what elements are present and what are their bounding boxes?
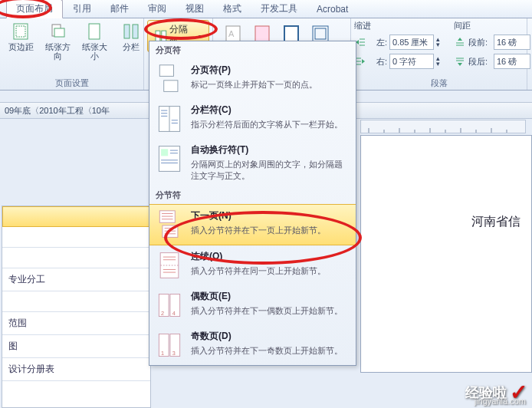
tab-developer[interactable]: 开发工具 — [251, 0, 307, 18]
margins-button[interactable]: 页边距 — [3, 20, 38, 63]
svg-rect-6 — [133, 25, 138, 38]
dropdown-section-section-breaks: 分节符 — [149, 186, 356, 204]
dropdown-section-page-breaks: 分页符 — [149, 41, 356, 59]
spinner-icon[interactable]: ▴▾ — [436, 37, 440, 48]
item-continuous[interactable]: 连续(O)插入分节符并在同一页上开始新节。 — [149, 245, 356, 285]
item-page-break[interactable]: 分页符(P)标记一页终止并开始下一页的点。 — [149, 59, 356, 99]
side-item[interactable]: 范围 — [2, 312, 150, 335]
item-odd-page[interactable]: 13 奇数页(D)插入分节符并在下一奇数页上开始新节。 — [149, 325, 356, 365]
watermark: 经验啦 ✓ jingyanla.com — [465, 380, 527, 405]
chevron-down-icon: ▾ — [199, 33, 202, 40]
ribbon-tabs: 页面布局 引用 邮件 审阅 视图 格式 开发工具 Acrobat — [0, 0, 532, 18]
side-item[interactable] — [2, 227, 150, 248]
page-setup-label: 页面设置 — [0, 77, 143, 89]
spacing-before-input[interactable]: 16 磅 — [494, 35, 530, 50]
spacing-header: 间距 — [454, 20, 530, 31]
svg-rect-3 — [54, 28, 64, 37]
spacing-after-icon — [454, 55, 466, 67]
svg-rect-8 — [162, 31, 166, 41]
odd-page-icon: 13 — [156, 330, 183, 360]
svg-rect-36 — [164, 81, 178, 92]
spacing-after-input[interactable]: 16 磅 — [494, 54, 530, 69]
columns-icon — [122, 22, 140, 41]
side-item[interactable] — [2, 291, 150, 312]
spacing-before-icon — [454, 36, 466, 48]
tab-view[interactable]: 视图 — [176, 0, 213, 18]
svg-rect-45 — [161, 149, 168, 156]
column-break-icon — [156, 104, 183, 134]
side-item[interactable]: 图 — [2, 335, 150, 358]
indent-left-label: 左: — [369, 37, 387, 48]
item-column-break[interactable]: 分栏符(C)指示分栏符后面的文字将从下一栏开始。 — [149, 99, 356, 139]
breadcrumb-text: 09年底〈2010年工程〈10年 — [5, 105, 110, 117]
svg-rect-12 — [284, 26, 298, 41]
tab-references[interactable]: 引用 — [64, 0, 100, 18]
tab-acrobat[interactable]: Acrobat — [307, 2, 357, 17]
horizontal-ruler[interactable] — [360, 120, 526, 133]
tab-page-layout[interactable]: 页面布局 — [6, 0, 63, 18]
side-item[interactable]: 专业分工 — [2, 268, 150, 291]
svg-rect-7 — [156, 31, 160, 41]
tab-format[interactable]: 格式 — [214, 0, 251, 18]
side-item[interactable] — [2, 206, 150, 227]
orientation-button[interactable]: 纸张方向 — [40, 20, 75, 63]
spacing-before-label: 段前: — [468, 37, 491, 48]
breaks-dropdown: 分页符 分页符(P)标记一页终止并开始下一页的点。 分栏符(C)指示分栏符后面的… — [149, 41, 356, 366]
svg-text:2: 2 — [161, 310, 164, 317]
document-canvas[interactable]: 河南省信 — [360, 135, 532, 373]
tab-mailings[interactable]: 邮件 — [101, 0, 138, 18]
document-heading: 河南省信 — [471, 214, 521, 230]
next-page-icon — [156, 209, 183, 240]
text-wrap-icon — [156, 143, 183, 174]
indent-right-input[interactable]: 0 字符 — [389, 54, 434, 69]
svg-rect-50 — [159, 211, 175, 222]
size-button[interactable]: 纸张大小 — [77, 20, 112, 63]
spacing-after-label: 段后: — [468, 56, 491, 67]
svg-text:A: A — [228, 29, 235, 38]
spinner-icon[interactable]: ▴▾ — [436, 56, 440, 67]
svg-text:4: 4 — [172, 310, 176, 317]
even-page-icon: 24 — [156, 290, 183, 321]
item-next-page[interactable]: 下一页(N)插入分节符并在下一页上开始新节。 — [149, 204, 356, 245]
item-even-page[interactable]: 24 偶数页(E)插入分节符并在下一偶数页上开始新节。 — [149, 285, 356, 325]
side-item[interactable]: 设计分册表 — [2, 358, 150, 381]
size-icon — [85, 22, 103, 41]
indent-header: 缩进 — [354, 20, 440, 31]
svg-rect-14 — [315, 28, 326, 39]
tab-review[interactable]: 审阅 — [139, 0, 176, 18]
side-item[interactable] — [2, 248, 150, 268]
indent-right-label: 右: — [369, 56, 387, 67]
item-text-wrapping-break[interactable]: 自动换行符(T)分隔网页上的对象周围的文字，如分隔题注文字与正文。 — [149, 139, 356, 186]
watermark-url: jingyanla.com — [475, 396, 526, 406]
continuous-icon — [156, 250, 183, 281]
orientation-icon — [48, 22, 67, 41]
indent-left-input[interactable]: 0.85 厘米 — [389, 35, 434, 50]
page-break-icon — [156, 64, 183, 94]
margins-icon — [11, 22, 30, 41]
svg-text:3: 3 — [172, 350, 176, 357]
svg-rect-11 — [255, 26, 269, 41]
svg-text:1: 1 — [161, 350, 164, 357]
svg-rect-5 — [124, 25, 130, 38]
svg-rect-4 — [89, 24, 100, 39]
paragraph-label: 段落 — [351, 77, 527, 89]
navigation-pane: 专业分工 范围 图 设计分册表 — [2, 206, 151, 408]
svg-rect-35 — [159, 65, 173, 77]
